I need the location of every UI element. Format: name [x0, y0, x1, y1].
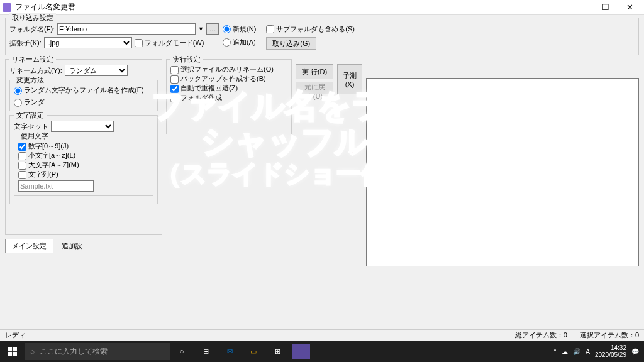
tray-volume-icon[interactable]: 🔊	[573, 348, 580, 355]
ext-label: 拡張子(K):	[9, 38, 42, 48]
store-icon[interactable]: ⊞	[265, 341, 289, 362]
charset-label: 文字セット	[14, 122, 48, 131]
change-method-title: 変更方法	[14, 75, 47, 85]
import-button[interactable]: 取り込み(G)	[266, 37, 316, 50]
folder-label: フォルダ名(F):	[9, 25, 55, 34]
search-box[interactable]: ⌕ ここに入力して検索	[25, 343, 170, 360]
folder-mode-check[interactable]: フォルダモード(W)	[135, 38, 204, 48]
char-settings-title: 文字設定	[14, 111, 47, 120]
status-total: 総アイテム数：0	[515, 331, 567, 340]
tab-extra[interactable]: 追加設	[55, 239, 89, 253]
radio-add[interactable]: 追加(A)	[223, 38, 256, 47]
tray-ime-icon[interactable]: A	[586, 348, 590, 355]
minimize-button[interactable]: —	[570, 0, 594, 15]
rename-settings-group: リネーム設定 リネーム方式(Y): ランダム 変更方法 ランダム文字からファイル…	[5, 59, 162, 235]
chk-auto-dup[interactable]: 自動で重複回避(Z)	[170, 84, 281, 93]
tray-up-icon[interactable]: ˄	[553, 348, 557, 355]
exec-group-title: 実行設定	[170, 55, 203, 64]
chk-digits[interactable]: 数字[0～9](J)	[18, 141, 143, 151]
clock[interactable]: 14:32 2020/05/29	[595, 344, 626, 358]
status-selected: 選択アイテム数：0	[580, 331, 639, 340]
mail-icon[interactable]: ✉	[218, 341, 242, 362]
chk-backup[interactable]: バックアップを作成する(B)	[170, 74, 281, 84]
use-chars-title: 使用文字	[18, 131, 51, 141]
run-button[interactable]: 実 行(D)	[296, 64, 333, 79]
ext-select[interactable]: .jpg	[44, 37, 132, 48]
chk-string[interactable]: 文字列(P)	[18, 170, 143, 179]
char-settings-group: 文字設定 文字セット 使用文字 数字[0～9](J) 小文字[a～z](L) 大…	[9, 115, 158, 204]
svg-rect-3	[13, 352, 17, 356]
maximize-button[interactable]: ☐	[594, 0, 618, 15]
titlebar: ファイル名変更君 — ☐ ✕	[0, 0, 644, 15]
chk-selected-only[interactable]: 選択ファイルのみリネーム(O)	[170, 65, 281, 74]
import-group-title: 取り込み設定	[9, 13, 56, 23]
close-button[interactable]: ✕	[618, 0, 641, 15]
folder-input[interactable]	[57, 23, 196, 35]
sample-input[interactable]	[18, 180, 94, 192]
taskview-icon[interactable]: ⊞	[194, 341, 218, 362]
rename-method-label: リネーム方式(Y):	[9, 66, 62, 75]
statusbar: レディ 総アイテム数：0 選択アイテム数：0	[0, 329, 644, 341]
app-icon-taskbar[interactable]	[292, 344, 310, 359]
chk-upper[interactable]: 大文字[A～Z](M)	[18, 160, 143, 170]
exec-settings-group: 実行設定 選択ファイルのみリネーム(O) バックアップを作成する(B) 自動で重…	[166, 59, 292, 134]
status-ready: レディ	[5, 331, 26, 340]
window-title: ファイル名変更君	[15, 2, 570, 13]
use-chars-group: 使用文字 数字[0～9](J) 小文字[a～z](L) 大文字[A～Z](M) …	[14, 136, 153, 196]
charset-select[interactable]	[51, 121, 114, 132]
system-tray: ˄ ☁ 🔊 A 14:32 2020/05/29 💬	[553, 344, 644, 358]
cortana-icon[interactable]: ○	[170, 341, 194, 362]
browse-button[interactable]: ...	[206, 23, 219, 35]
content-area: 取り込み設定 フォルダ名(F): ▼ ... 拡張子(K): .jpg フォルダ…	[0, 15, 644, 269]
app-icon	[3, 3, 11, 12]
predict-button[interactable]: 予測(X)	[337, 64, 362, 94]
svg-rect-1	[13, 347, 17, 351]
undo-button[interactable]: 元に戻す(U)	[296, 82, 333, 94]
tray-cloud-icon[interactable]: ☁	[562, 348, 568, 355]
start-button[interactable]	[0, 341, 25, 362]
preview-pane	[366, 78, 639, 266]
taskbar: ⌕ ここに入力して検索 ○ ⊞ ✉ ▭ ⊞ ˄ ☁ 🔊 A 14:32 2020…	[0, 341, 644, 362]
explorer-icon[interactable]: ▭	[242, 341, 265, 362]
tabs: メイン設定 追加設	[5, 239, 162, 253]
radio-new[interactable]: 新規(N)	[223, 25, 256, 34]
windows-icon	[8, 347, 17, 356]
tab-main[interactable]: メイン設定	[5, 239, 53, 253]
radio-random-2[interactable]: ランダ	[14, 97, 147, 107]
search-icon: ⌕	[30, 347, 35, 356]
rename-method-select[interactable]: ランダム	[65, 65, 128, 76]
rename-group-title: リネーム設定	[9, 55, 56, 64]
import-settings-group: 取り込み設定 フォルダ名(F): ▼ ... 拡張子(K): .jpg フォルダ…	[5, 18, 639, 55]
chk-folder[interactable]: フォルダ作成	[170, 93, 281, 102]
svg-rect-2	[8, 352, 12, 356]
svg-rect-0	[8, 347, 12, 351]
subfolder-check[interactable]: サブフォルダも含める(S)	[266, 25, 355, 34]
search-placeholder: ここに入力して検索	[40, 346, 108, 357]
notification-icon[interactable]: 💬	[631, 348, 639, 355]
radio-random-chars[interactable]: ランダム文字からファイル名を作成(E)	[14, 85, 147, 95]
chk-lower[interactable]: 小文字[a～z](L)	[18, 151, 143, 160]
change-method-group: 変更方法 ランダム文字からファイル名を作成(E) ランダ	[9, 80, 158, 111]
